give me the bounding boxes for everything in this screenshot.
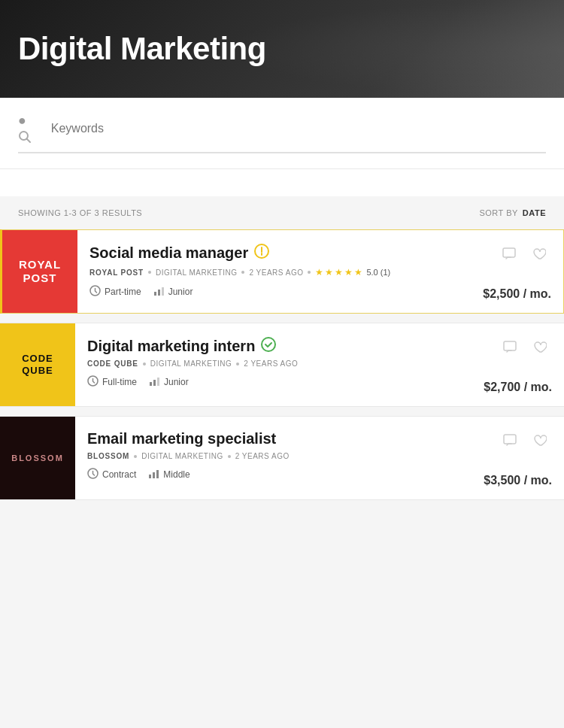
svg-rect-6: [162, 287, 164, 296]
clock-icon: [87, 468, 99, 481]
employment-type: Part-time: [89, 285, 141, 299]
job-card: CODEQUBE Digital marketing intern CODE Q…: [0, 323, 564, 407]
job-level-label: Junior: [164, 377, 189, 387]
rating-value: 5.0 (1): [366, 268, 390, 277]
svg-rect-12: [157, 378, 159, 386]
job-category: DIGITAL MARKETING: [156, 268, 238, 277]
job-level: Middle: [148, 468, 190, 481]
level-icon: [148, 468, 159, 481]
job-details: Contract Middle: [87, 468, 465, 481]
company-name: CODE QUBE: [87, 359, 138, 368]
star-icon: ★: [335, 267, 343, 278]
search-icon: ●: [18, 113, 42, 144]
company-logo: CODEQUBE: [0, 323, 75, 406]
job-time-ago: 2 YEARS AGO: [249, 268, 303, 277]
page-title: Digital Marketing: [18, 31, 266, 67]
meta-separator: [236, 362, 239, 366]
search-container: ●: [0, 98, 564, 169]
job-content: Email marketing specialist BLOSSOM DIGIT…: [75, 417, 478, 499]
meta-separator: [148, 271, 151, 274]
job-content: Digital marketing intern CODE QUBE DIGIT…: [75, 323, 478, 406]
svg-rect-13: [504, 341, 516, 350]
svg-line-1: [27, 139, 31, 143]
job-title: Social media manager: [89, 244, 248, 262]
employment-type: Contract: [87, 468, 136, 481]
job-title-row: Email marketing specialist: [87, 430, 465, 447]
meta-separator: [308, 271, 311, 274]
job-actions: $2,500 / mo.: [477, 230, 563, 313]
job-title-row: Social media manager: [89, 244, 465, 262]
sort-by-label: SORT BY: [479, 208, 517, 217]
job-category: DIGITAL MARKETING: [141, 452, 223, 460]
jobs-list: ROYALPOST Social media manager ROYAL POS…: [0, 229, 564, 539]
svg-rect-18: [504, 435, 516, 444]
job-details: Full-time Junior: [87, 375, 465, 389]
comment-button[interactable]: [498, 335, 522, 359]
job-card: BLOSSOM Email marketing specialist BLOSS…: [0, 416, 564, 500]
meta-separator: [228, 455, 231, 458]
action-icons: [498, 429, 552, 453]
job-title: Digital marketing intern: [87, 338, 255, 355]
star-icon: ★: [354, 267, 362, 278]
rating-stars: ★ ★ ★ ★ ★ 5.0 (1): [315, 267, 390, 278]
job-actions: $3,500 / mo.: [478, 417, 564, 499]
featured-icon: [254, 244, 269, 262]
filter-area: [0, 169, 564, 196]
company-name: ROYAL POST: [89, 268, 144, 277]
job-actions: $2,700 / mo.: [478, 323, 564, 406]
job-time-ago: 2 YEARS AGO: [235, 452, 290, 460]
results-bar: SHOWING 1-3 OF 3 RESULTS SORT BY DATE: [0, 196, 564, 229]
meta-separator: [134, 455, 137, 458]
job-level: Junior: [149, 375, 189, 389]
job-level: Junior: [153, 285, 193, 299]
star-icon: ★: [315, 267, 323, 278]
employment-type-label: Part-time: [105, 287, 141, 297]
svg-rect-7: [503, 248, 515, 257]
job-level-label: Middle: [163, 469, 190, 480]
sort-control[interactable]: SORT BY DATE: [479, 208, 546, 217]
job-card: ROYALPOST Social media manager ROYAL POS…: [0, 229, 564, 314]
job-meta: ROYAL POST DIGITAL MARKETING 2 YEARS AGO…: [89, 267, 465, 278]
results-count: SHOWING 1-3 OF 3 RESULTS: [18, 208, 142, 217]
employment-type-label: Contract: [102, 469, 136, 480]
action-icons: [497, 242, 551, 266]
job-salary: $2,700 / mo.: [484, 381, 552, 394]
job-content: Social media manager ROYAL POST DIGITAL …: [77, 230, 477, 313]
employment-type-label: Full-time: [102, 377, 137, 387]
company-logo: ROYALPOST: [2, 230, 77, 313]
job-level-label: Junior: [168, 287, 193, 297]
favorite-button[interactable]: [528, 429, 552, 453]
job-category: DIGITAL MARKETING: [150, 359, 232, 368]
svg-rect-16: [153, 472, 155, 478]
svg-rect-4: [154, 292, 156, 296]
svg-rect-11: [153, 380, 156, 386]
star-icon: ★: [325, 267, 333, 278]
star-icon: ★: [344, 267, 353, 278]
svg-rect-17: [156, 470, 159, 478]
company-name: BLOSSOM: [87, 452, 129, 460]
company-logo: BLOSSOM: [0, 417, 75, 499]
comment-button[interactable]: [497, 242, 521, 266]
job-details: Part-time Junior: [89, 285, 465, 299]
job-title: Email marketing specialist: [87, 430, 276, 447]
svg-rect-15: [149, 475, 151, 478]
sort-by-value: DATE: [523, 208, 546, 217]
employment-type: Full-time: [87, 375, 137, 389]
favorite-button[interactable]: [528, 335, 552, 359]
meta-separator: [241, 271, 244, 274]
search-bar: ●: [18, 113, 546, 153]
comment-button[interactable]: [498, 429, 522, 453]
clock-icon: [87, 375, 99, 389]
action-icons: [498, 335, 552, 359]
svg-rect-5: [158, 290, 160, 296]
level-icon: [149, 375, 160, 389]
meta-separator: [143, 362, 146, 366]
svg-rect-10: [150, 382, 152, 386]
job-time-ago: 2 YEARS AGO: [244, 359, 298, 368]
favorite-button[interactable]: [527, 242, 551, 266]
level-icon: [153, 285, 165, 299]
svg-point-8: [262, 338, 275, 351]
job-title-row: Digital marketing intern: [87, 337, 465, 355]
search-input[interactable]: [51, 122, 546, 135]
verified-check-icon: [261, 337, 276, 355]
